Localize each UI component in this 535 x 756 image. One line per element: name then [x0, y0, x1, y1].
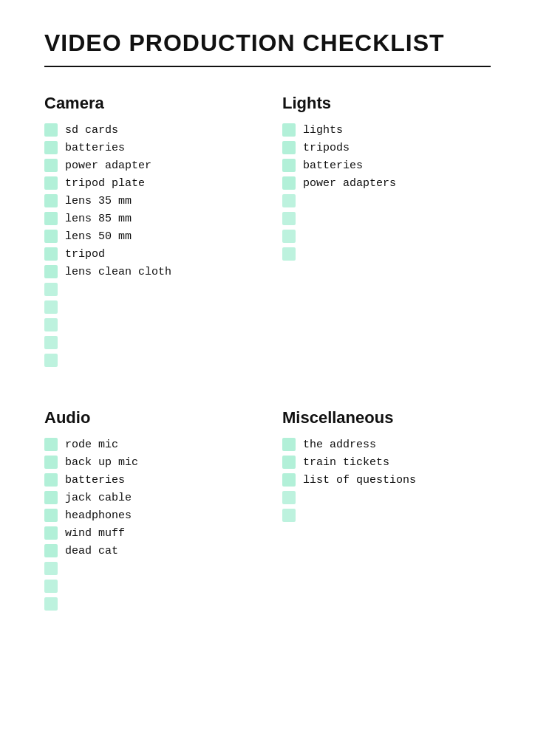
list-item[interactable]: power adapters: [282, 176, 491, 190]
list-item[interactable]: [44, 318, 253, 331]
item-label: rode mic: [65, 439, 118, 451]
item-label: lights: [303, 124, 343, 137]
checkbox[interactable]: [44, 300, 58, 314]
lights-section: Lights lightstripodsbatteriespower adapt…: [282, 94, 491, 371]
list-item[interactable]: back up mic: [44, 456, 253, 469]
audio-checklist: rode micback up micbatteriesjack cablehe…: [44, 438, 253, 611]
checkbox[interactable]: [282, 247, 296, 261]
item-label: tripods: [303, 142, 350, 154]
checkbox[interactable]: [282, 176, 296, 190]
list-item[interactable]: wind muff: [44, 526, 253, 540]
checkbox[interactable]: [44, 354, 58, 367]
checkbox[interactable]: [44, 318, 58, 331]
list-item[interactable]: tripod plate: [44, 176, 253, 190]
item-label: tripod: [65, 248, 105, 261]
lights-checklist: lightstripodsbatteriespower adapters: [282, 123, 491, 261]
checkbox[interactable]: [44, 141, 58, 154]
item-label: headphones: [65, 509, 132, 522]
checkbox[interactable]: [44, 438, 58, 451]
item-label: sd cards: [65, 124, 118, 137]
list-item[interactable]: [44, 300, 253, 314]
item-label: batteries: [65, 474, 125, 487]
checkbox[interactable]: [44, 526, 58, 540]
checkbox[interactable]: [44, 597, 58, 611]
list-item[interactable]: [282, 509, 491, 522]
checkbox[interactable]: [282, 212, 296, 225]
checkbox[interactable]: [44, 247, 58, 261]
miscellaneous-section: Miscellaneous the addresstrain ticketsli…: [282, 408, 491, 615]
list-item[interactable]: tripods: [282, 141, 491, 154]
list-item[interactable]: [44, 336, 253, 349]
list-item[interactable]: [282, 247, 491, 261]
item-label: tripod plate: [65, 177, 145, 190]
checkbox[interactable]: [44, 176, 58, 190]
list-item[interactable]: [282, 491, 491, 504]
list-item[interactable]: the address: [282, 438, 491, 451]
checkbox[interactable]: [282, 509, 296, 522]
list-item[interactable]: lens clean cloth: [44, 265, 253, 278]
title-divider: [44, 66, 491, 67]
checkbox[interactable]: [282, 473, 296, 487]
audio-section: Audio rode micback up micbatteriesjack c…: [44, 408, 253, 615]
checkbox[interactable]: [44, 580, 58, 593]
item-label: back up mic: [65, 456, 138, 469]
list-item[interactable]: batteries: [44, 473, 253, 487]
list-item[interactable]: sd cards: [44, 123, 253, 137]
checkbox[interactable]: [282, 159, 296, 172]
list-item[interactable]: power adapter: [44, 159, 253, 172]
checkbox[interactable]: [44, 212, 58, 225]
list-item[interactable]: headphones: [44, 509, 253, 522]
list-item[interactable]: tripod: [44, 247, 253, 261]
checkbox[interactable]: [44, 456, 58, 469]
checkbox[interactable]: [44, 336, 58, 349]
checkbox[interactable]: [282, 438, 296, 451]
list-item[interactable]: [44, 562, 253, 575]
list-item[interactable]: batteries: [44, 141, 253, 154]
miscellaneous-checklist: the addresstrain ticketslist of question…: [282, 438, 491, 522]
checkbox[interactable]: [282, 141, 296, 154]
checkbox[interactable]: [282, 230, 296, 243]
item-label: train tickets: [303, 456, 389, 469]
checkbox[interactable]: [44, 283, 58, 296]
list-item[interactable]: rode mic: [44, 438, 253, 451]
checkbox[interactable]: [282, 194, 296, 207]
list-item[interactable]: batteries: [282, 159, 491, 172]
camera-title: Camera: [44, 94, 253, 113]
list-item[interactable]: lens 50 mm: [44, 230, 253, 243]
checkbox[interactable]: [44, 159, 58, 172]
bottom-sections: Audio rode micback up micbatteriesjack c…: [44, 408, 491, 652]
top-sections: Camera sd cardsbatteriespower adaptertri…: [44, 94, 491, 408]
list-item[interactable]: lens 85 mm: [44, 212, 253, 225]
list-item[interactable]: jack cable: [44, 491, 253, 504]
list-item[interactable]: lights: [282, 123, 491, 137]
checkbox[interactable]: [44, 509, 58, 522]
checkbox[interactable]: [282, 123, 296, 137]
checkbox[interactable]: [282, 456, 296, 469]
list-item[interactable]: train tickets: [282, 456, 491, 469]
list-item[interactable]: lens 35 mm: [44, 194, 253, 207]
checkbox[interactable]: [44, 265, 58, 278]
checkbox[interactable]: [44, 194, 58, 207]
list-item[interactable]: [282, 212, 491, 225]
list-item[interactable]: [44, 354, 253, 367]
list-item[interactable]: list of questions: [282, 473, 491, 487]
item-label: dead cat: [65, 545, 118, 557]
checkbox[interactable]: [44, 491, 58, 504]
miscellaneous-title: Miscellaneous: [282, 408, 491, 427]
list-item[interactable]: [44, 580, 253, 593]
checkbox[interactable]: [282, 491, 296, 504]
checkbox[interactable]: [44, 230, 58, 243]
checkbox[interactable]: [44, 473, 58, 487]
list-item[interactable]: [282, 194, 491, 207]
checkbox[interactable]: [44, 562, 58, 575]
checkbox[interactable]: [44, 123, 58, 137]
item-label: batteries: [65, 142, 125, 154]
item-label: lens 35 mm: [65, 195, 132, 207]
item-label: the address: [303, 439, 376, 451]
checkbox[interactable]: [44, 544, 58, 557]
item-label: wind muff: [65, 527, 125, 540]
list-item[interactable]: [282, 230, 491, 243]
list-item[interactable]: dead cat: [44, 544, 253, 557]
list-item[interactable]: [44, 283, 253, 296]
list-item[interactable]: [44, 597, 253, 611]
